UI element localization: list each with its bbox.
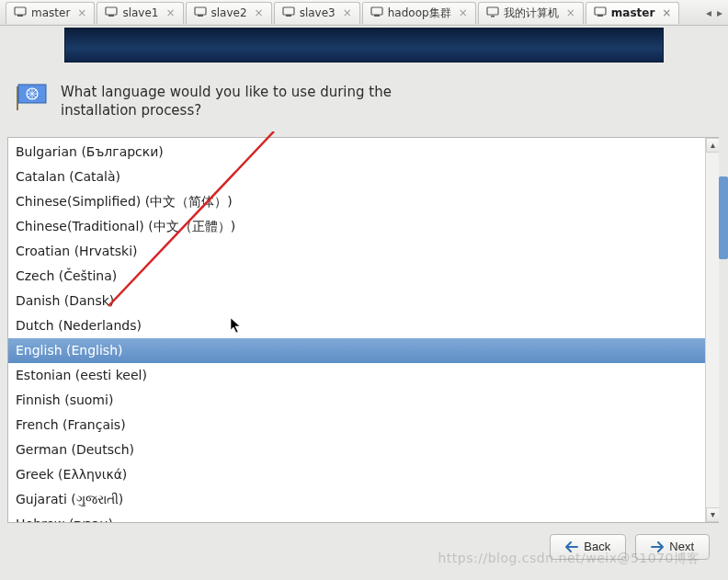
language-option[interactable]: English (English) xyxy=(8,338,705,363)
tab-label: 我的计算机 xyxy=(504,6,559,21)
next-button-label: Next xyxy=(669,540,694,553)
language-option[interactable]: German (Deutsch) xyxy=(8,438,705,462)
tab-我的计算机-5[interactable]: 我的计算机× xyxy=(478,2,584,24)
svg-rect-3 xyxy=(108,15,114,17)
monitor-icon xyxy=(486,6,499,20)
scroll-down-icon[interactable]: ▾ xyxy=(706,507,720,522)
vm-icon xyxy=(194,6,207,20)
svg-rect-1 xyxy=(17,15,23,17)
language-option[interactable]: Finnish (suomi) xyxy=(8,388,705,413)
close-icon[interactable]: × xyxy=(165,6,175,19)
tab-label: master xyxy=(31,6,70,19)
tab-master-0[interactable]: master× xyxy=(6,2,95,24)
svg-rect-13 xyxy=(597,15,603,17)
svg-rect-7 xyxy=(286,15,291,17)
close-icon[interactable]: × xyxy=(77,6,86,19)
tab-label: slave1 xyxy=(122,6,158,19)
back-button[interactable]: Back xyxy=(550,534,626,560)
outer-scrollbar[interactable] xyxy=(719,29,728,544)
close-icon[interactable]: × xyxy=(566,6,575,19)
svg-rect-11 xyxy=(491,16,495,17)
un-flag-icon xyxy=(17,83,50,110)
scroll-up-icon[interactable]: ▴ xyxy=(706,138,720,153)
svg-rect-4 xyxy=(195,7,206,15)
vm-icon xyxy=(14,6,27,20)
tab-scroll-left-icon[interactable]: ◂ xyxy=(706,6,711,19)
tab-scroll-arrows: ◂ ▸ xyxy=(706,6,722,19)
language-option[interactable]: Czech (Čeština) xyxy=(8,264,705,289)
language-option[interactable]: Chinese(Simplified) (中文（简体）) xyxy=(8,189,705,214)
vm-icon xyxy=(594,6,607,20)
tab-master-6[interactable]: master× xyxy=(586,2,680,24)
svg-rect-12 xyxy=(595,7,606,15)
close-icon[interactable]: × xyxy=(255,6,264,19)
tab-label: slave3 xyxy=(300,6,336,19)
language-option[interactable]: Danish (Dansk) xyxy=(8,289,705,313)
next-button[interactable]: Next xyxy=(635,534,710,560)
outer-scrollbar-thumb[interactable] xyxy=(719,176,728,259)
tab-hadoop集群-4[interactable]: hadoop集群× xyxy=(362,2,476,24)
arrow-right-icon xyxy=(651,541,664,552)
svg-rect-6 xyxy=(283,7,294,15)
tab-slave1-1[interactable]: slave1× xyxy=(97,2,183,24)
wizard-button-bar: Back Next xyxy=(0,523,728,560)
svg-rect-5 xyxy=(198,15,203,17)
svg-rect-2 xyxy=(106,7,117,15)
vm-icon xyxy=(105,6,118,20)
tab-label: hadoop集群 xyxy=(388,6,451,21)
language-option[interactable]: Estonian (eesti keel) xyxy=(8,363,705,388)
prompt-row: What language would you like to use duri… xyxy=(17,83,711,120)
svg-rect-8 xyxy=(371,7,382,15)
tab-label: slave2 xyxy=(211,6,247,19)
language-option[interactable]: French (Français) xyxy=(8,413,705,438)
svg-rect-0 xyxy=(15,7,26,15)
language-option[interactable]: Greek (Ελληνικά) xyxy=(8,462,705,487)
list-scrollbar[interactable]: ▴ ▾ xyxy=(705,138,720,522)
language-option[interactable]: Catalan (Català) xyxy=(8,165,705,189)
tab-slave3-3[interactable]: slave3× xyxy=(274,2,360,24)
tab-label: master xyxy=(611,6,655,19)
language-option[interactable]: Dutch (Nederlands) xyxy=(8,313,705,338)
tab-slave2-2[interactable]: slave2× xyxy=(186,2,272,24)
vm-icon xyxy=(282,6,295,20)
prompt-text: What language would you like to use duri… xyxy=(61,83,428,120)
language-list-frame: Bulgarian (Български)Catalan (Català)Chi… xyxy=(7,137,721,523)
svg-rect-9 xyxy=(374,15,380,17)
language-option[interactable]: Gujarati (ગુજરાતી) xyxy=(8,487,705,512)
vm-icon xyxy=(370,6,383,20)
arrow-left-icon xyxy=(565,541,578,552)
tab-scroll-right-icon[interactable]: ▸ xyxy=(717,6,722,19)
language-option[interactable]: Croatian (Hrvatski) xyxy=(8,239,705,264)
language-option[interactable]: Bulgarian (Български) xyxy=(8,140,705,165)
tab-bar: master×slave1×slave2×slave3×hadoop集群×我的计… xyxy=(0,0,728,26)
language-option[interactable]: Hebrew (עברית) xyxy=(8,512,705,522)
installer-header-banner xyxy=(64,28,664,63)
language-list[interactable]: Bulgarian (Български)Catalan (Català)Chi… xyxy=(8,138,705,522)
close-icon[interactable]: × xyxy=(662,6,671,19)
language-option[interactable]: Chinese(Traditional) (中文（正體）) xyxy=(8,214,705,239)
close-icon[interactable]: × xyxy=(459,6,468,19)
back-button-label: Back xyxy=(584,540,610,553)
close-icon[interactable]: × xyxy=(343,6,352,19)
svg-rect-10 xyxy=(487,7,498,15)
